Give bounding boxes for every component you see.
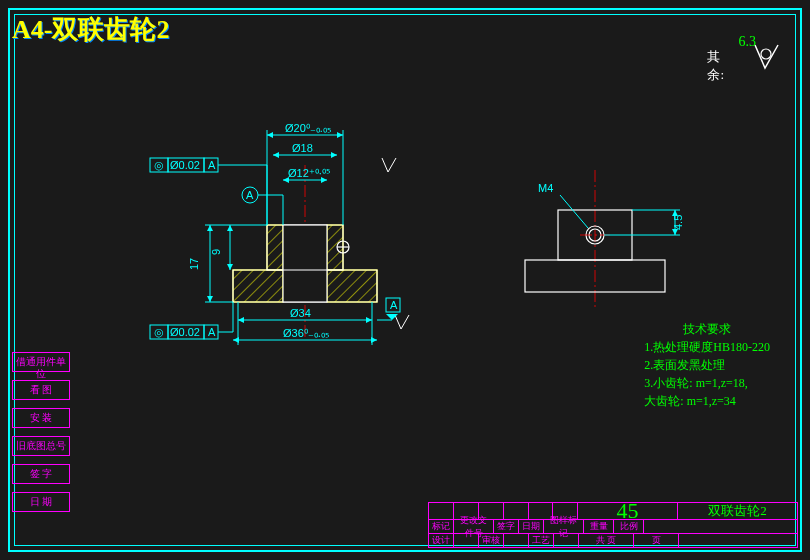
tech-req-line: 1.热处理硬度HB180-220 [644,338,770,356]
tech-req-line: 大齿轮: m=1,z=34 [644,392,770,410]
tech-req-line: 2.表面发黑处理 [644,356,770,374]
dim-h9: 9 [210,225,233,270]
svg-text:Ø18: Ø18 [292,142,313,154]
svg-marker-39 [331,152,337,158]
svg-marker-52 [233,337,239,343]
svg-text:Ø36⁰₋₀.₀₅: Ø36⁰₋₀.₀₅ [283,327,329,339]
svg-line-75 [560,195,588,228]
strip-cell: 日 期 [12,492,70,512]
svg-marker-59 [207,296,213,302]
tech-req-line: 3.小齿轮: m=1,z=18, [644,374,770,392]
svg-marker-62 [227,225,233,231]
strip-cell: 借通用件单位 [12,352,70,372]
svg-rect-7 [283,225,327,302]
datum-a-callout: A [242,187,283,225]
svg-text:A: A [390,299,398,311]
svg-text:Ø0.02: Ø0.02 [170,326,200,338]
svg-rect-5 [327,270,377,302]
svg-text:17: 17 [188,258,200,270]
gdt-concentricity-2: ◎ Ø0.02 A [150,302,233,339]
svg-text:M4: M4 [538,182,553,194]
svg-marker-48 [238,317,244,323]
svg-rect-3 [233,270,283,302]
svg-marker-58 [207,225,213,231]
dim-h4p5: 4.5 [604,210,684,235]
strip-cell: 签 字 [12,464,70,484]
svg-marker-63 [227,264,233,270]
svg-marker-53 [371,337,377,343]
strip-cell: 旧底图总号 [12,436,70,456]
roughness-value: 6.3 [739,34,757,50]
svg-rect-4 [267,225,283,270]
svg-marker-38 [273,152,279,158]
svg-marker-49 [366,317,372,323]
svg-marker-34 [267,132,273,138]
svg-point-0 [761,49,771,59]
title-block: 45 双联齿轮2 标记 更改文件号 签字 日期 图样标记 重量 比例 设计 审核… [428,502,798,548]
strip-cell: 看 图 [12,380,70,400]
svg-text:A: A [246,189,254,201]
svg-text:◎: ◎ [154,326,164,338]
svg-text:A: A [208,326,216,338]
revision-strip: 借通用件单位 看 图 安 装 旧底图总号 签 字 日 期 [12,352,70,520]
dim-d36: Ø36⁰₋₀.₀₅ [233,327,377,343]
dim-m4: M4 [538,182,588,228]
roughness-label: 其余: [707,48,724,84]
svg-text:Ø34: Ø34 [290,307,311,319]
datum-a-right: A [377,298,400,320]
part-name: 双联齿轮2 [678,503,797,519]
strip-cell: 安 装 [12,408,70,428]
svg-text:◎: ◎ [154,159,164,171]
svg-text:9: 9 [210,249,222,255]
side-view: M4 4.5 [500,170,710,330]
svg-text:A: A [208,159,216,171]
dim-d18: Ø18 [273,142,337,158]
front-section-view: ◎ Ø0.02 A ◎ Ø0.02 A A Ø20⁰₋₀.₀₅ Ø18 Ø12⁺… [130,110,460,370]
surface-finish-mark: 6.3 其余: [710,40,780,84]
svg-text:Ø20⁰₋₀.₀₅: Ø20⁰₋₀.₀₅ [285,122,331,134]
technical-requirements: 技术要求 1.热处理硬度HB180-220 2.表面发黑处理 3.小齿轮: m=… [644,320,770,410]
material: 45 [578,503,677,519]
svg-text:Ø12⁺⁰·⁰⁵: Ø12⁺⁰·⁰⁵ [288,167,330,179]
drawing-title: A4-双联齿轮2 [12,12,169,47]
svg-text:Ø0.02: Ø0.02 [170,159,200,171]
svg-text:4.5: 4.5 [672,215,684,230]
dim-d12: Ø12⁺⁰·⁰⁵ [283,167,330,183]
svg-marker-35 [337,132,343,138]
